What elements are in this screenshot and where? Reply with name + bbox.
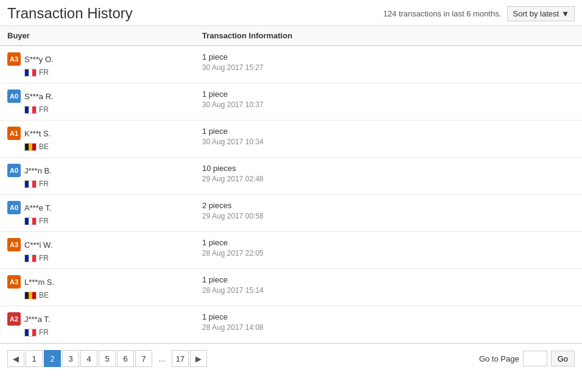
transaction-cell: 1 piece 30 Aug 2017 15:27 (202, 52, 575, 72)
flag-icon (24, 217, 37, 225)
transaction-cell: 10 pieces 29 Aug 2017 02:48 (202, 164, 575, 183)
avatar-badge: A0 (7, 201, 21, 214)
country-label: FR (39, 180, 49, 188)
table-row: A2 J***a T. FR 1 piece 28 Aug 2017 14:08 (0, 306, 582, 343)
buyer-cell: A0 J***n B. FR (7, 164, 202, 188)
col-transaction-header: Transaction Information (202, 31, 575, 40)
country-label: FR (39, 68, 49, 77)
buyer-cell: A0 A***e T. FR (7, 201, 202, 225)
buyer-name-row: A0 J***n B. (7, 164, 202, 177)
page-number-button[interactable]: 1 (26, 350, 43, 367)
table-header: Buyer Transaction Information (0, 26, 582, 46)
page-header: Transaction History 124 transactions in … (0, 0, 582, 26)
avatar-badge: A2 (7, 312, 21, 326)
avatar-badge: A1 (7, 127, 21, 140)
buyer-country-row: BE (24, 142, 202, 151)
buyer-country-row: FR (24, 328, 202, 337)
avatar-badge: A0 (7, 89, 21, 103)
pieces-text: 10 pieces (202, 164, 575, 173)
flag-icon (24, 329, 37, 337)
pieces-text: 1 piece (202, 127, 575, 136)
avatar-badge: A0 (7, 164, 21, 177)
page-buttons: 1234567...17 (26, 350, 189, 367)
transaction-table: Buyer Transaction Information A3 S***y O… (0, 26, 582, 343)
pagination-right: Go to Page Go (479, 351, 575, 366)
flag-icon (24, 106, 37, 114)
buyer-name: S***a R. (24, 92, 54, 101)
transaction-cell: 1 piece 28 Aug 2017 15:14 (202, 275, 575, 295)
date-text: 29 Aug 2017 00:58 (202, 212, 575, 220)
buyer-country-row: FR (24, 68, 202, 77)
buyer-country-row: FR (24, 254, 202, 262)
page-number-button[interactable]: 17 (172, 350, 189, 367)
date-text: 28 Aug 2017 15:14 (202, 286, 575, 295)
buyer-name-row: A3 L***m S. (7, 275, 202, 289)
go-button[interactable]: Go (551, 351, 575, 366)
avatar-badge: A3 (7, 52, 21, 66)
date-text: 28 Aug 2017 14:08 (202, 323, 575, 332)
sort-icon: ▼ (561, 9, 569, 18)
transaction-count: 124 transactions in last 6 months. (384, 9, 502, 18)
buyer-name: A***e T. (24, 203, 52, 212)
table-row: A3 S***y O. FR 1 piece 30 Aug 2017 15:27 (0, 46, 582, 83)
buyer-country-row: FR (24, 105, 202, 114)
table-body: A3 S***y O. FR 1 piece 30 Aug 2017 15:27… (0, 46, 582, 343)
col-buyer-header: Buyer (7, 31, 202, 40)
pieces-text: 1 piece (202, 275, 575, 284)
country-label: BE (39, 291, 49, 299)
buyer-cell: A3 C***i W. FR (7, 238, 202, 262)
avatar-badge: A3 (7, 238, 21, 251)
pagination-bar: ◀ 1234567...17 ▶ Go to Page Go (0, 343, 582, 373)
page-number-button[interactable]: 7 (135, 350, 152, 367)
avatar-badge: A3 (7, 275, 21, 289)
buyer-name: C***i W. (24, 240, 52, 250)
pieces-text: 1 piece (202, 89, 575, 99)
page-number-button[interactable]: 6 (117, 350, 134, 367)
date-text: 30 Aug 2017 10:34 (202, 138, 575, 146)
buyer-name-row: A0 A***e T. (7, 201, 202, 214)
next-page-button[interactable]: ▶ (190, 350, 207, 367)
transaction-cell: 1 piece 30 Aug 2017 10:37 (202, 89, 575, 109)
date-text: 28 Aug 2017 22:05 (202, 249, 575, 257)
sort-label: Sort by latest (513, 9, 559, 18)
pieces-text: 1 piece (202, 238, 575, 247)
table-row: A3 C***i W. FR 1 piece 28 Aug 2017 22:05 (0, 232, 582, 269)
buyer-name-row: A3 C***i W. (7, 238, 202, 251)
flag-icon (24, 254, 37, 262)
page-number-button[interactable]: 3 (62, 350, 79, 367)
buyer-cell: A3 S***y O. FR (7, 52, 202, 77)
buyer-name: S***y O. (24, 55, 54, 64)
buyer-name: K***t S. (24, 129, 51, 138)
transaction-cell: 1 piece 28 Aug 2017 14:08 (202, 312, 575, 332)
pieces-text: 1 piece (202, 312, 575, 321)
buyer-name-row: A3 S***y O. (7, 52, 202, 66)
table-row: A1 K***t S. BE 1 piece 30 Aug 2017 10:34 (0, 121, 582, 158)
date-text: 30 Aug 2017 15:27 (202, 63, 575, 72)
page-number-button[interactable]: 5 (99, 350, 116, 367)
sort-button[interactable]: Sort by latest ▼ (507, 6, 575, 21)
page-number-button[interactable]: 4 (80, 350, 97, 367)
page-title: Transaction History (7, 5, 133, 22)
go-to-input[interactable] (523, 351, 547, 366)
country-label: FR (39, 328, 49, 337)
prev-page-button[interactable]: ◀ (7, 350, 24, 367)
pagination-left: ◀ 1234567...17 ▶ (7, 350, 207, 367)
buyer-cell: A1 K***t S. BE (7, 127, 202, 151)
country-label: BE (39, 142, 49, 151)
header-right: 124 transactions in last 6 months. Sort … (384, 6, 575, 21)
flag-icon (24, 143, 37, 151)
flag-icon (24, 69, 37, 77)
date-text: 29 Aug 2017 02:48 (202, 175, 575, 183)
table-row: A0 A***e T. FR 2 pieces 29 Aug 2017 00:5… (0, 195, 582, 232)
buyer-country-row: BE (24, 291, 202, 299)
go-to-label: Go to Page (479, 354, 519, 363)
pieces-text: 2 pieces (202, 201, 575, 210)
transaction-cell: 2 pieces 29 Aug 2017 00:58 (202, 201, 575, 220)
page-number-button[interactable]: 2 (44, 350, 61, 367)
buyer-name-row: A0 S***a R. (7, 89, 202, 103)
flag-icon (24, 292, 37, 299)
buyer-name-row: A1 K***t S. (7, 127, 202, 140)
transaction-cell: 1 piece 28 Aug 2017 22:05 (202, 238, 575, 257)
page-ellipsis: ... (153, 350, 170, 367)
buyer-cell: A0 S***a R. FR (7, 89, 202, 114)
